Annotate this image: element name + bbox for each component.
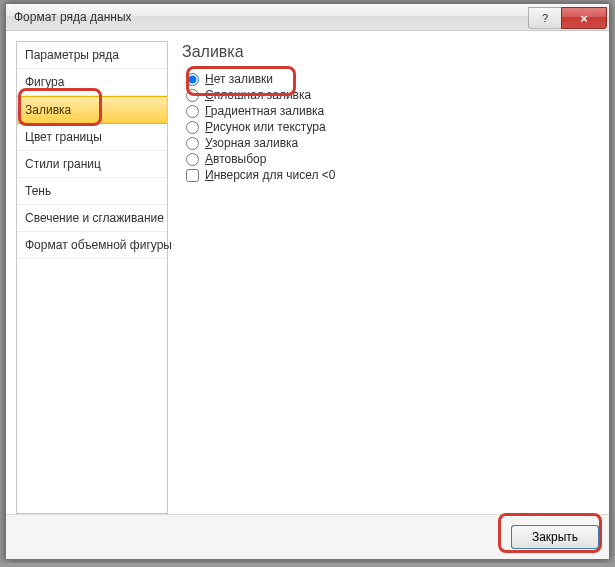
- radio-pattern-fill[interactable]: [186, 137, 199, 150]
- dialog-footer: Закрыть: [6, 514, 609, 559]
- checkbox-invert-negative[interactable]: [186, 169, 199, 182]
- option-label: Инверсия для чисел <0: [205, 168, 335, 182]
- option-label: Автовыбор: [205, 152, 266, 166]
- option-label: Узорная заливка: [205, 136, 298, 150]
- option-label: Нет заливки: [205, 72, 273, 86]
- format-data-series-dialog: Формат ряда данных ? × Параметры ряда Фи…: [5, 3, 610, 560]
- fill-options: Нет заливки Сплошная заливка Градиентная…: [182, 71, 595, 183]
- window-close-button[interactable]: ×: [561, 7, 607, 29]
- option-label: Сплошная заливка: [205, 88, 311, 102]
- content-panel: Заливка Нет заливки Сплошная заливка Гра…: [178, 41, 599, 514]
- radio-gradient-fill[interactable]: [186, 105, 199, 118]
- sidebar-item-border-styles[interactable]: Стили границ: [17, 151, 167, 178]
- option-pattern-fill[interactable]: Узорная заливка: [186, 135, 595, 151]
- sidebar-item-3d-format[interactable]: Формат объемной фигуры: [17, 232, 167, 259]
- option-gradient-fill[interactable]: Градиентная заливка: [186, 103, 595, 119]
- option-no-fill[interactable]: Нет заливки: [186, 71, 595, 87]
- window-controls: ? ×: [529, 7, 607, 27]
- window-title: Формат ряда данных: [14, 10, 529, 24]
- sidebar-item-glow[interactable]: Свечение и сглаживание: [17, 205, 167, 232]
- sidebar-item-fill[interactable]: Заливка: [17, 96, 167, 124]
- sidebar-item-shape[interactable]: Фигура: [17, 69, 167, 96]
- radio-solid-fill[interactable]: [186, 89, 199, 102]
- radio-no-fill[interactable]: [186, 73, 199, 86]
- sidebar-item-shadow[interactable]: Тень: [17, 178, 167, 205]
- panel-heading: Заливка: [182, 43, 595, 61]
- option-solid-fill[interactable]: Сплошная заливка: [186, 87, 595, 103]
- sidebar-item-border-color[interactable]: Цвет границы: [17, 124, 167, 151]
- help-button[interactable]: ?: [528, 7, 562, 29]
- option-picture-texture[interactable]: Рисунок или текстура: [186, 119, 595, 135]
- close-button[interactable]: Закрыть: [511, 525, 599, 549]
- sidebar-item-series-options[interactable]: Параметры ряда: [17, 42, 167, 69]
- option-label: Градиентная заливка: [205, 104, 324, 118]
- titlebar: Формат ряда данных ? ×: [6, 4, 609, 31]
- radio-automatic[interactable]: [186, 153, 199, 166]
- option-automatic[interactable]: Автовыбор: [186, 151, 595, 167]
- option-label: Рисунок или текстура: [205, 120, 326, 134]
- dialog-body: Параметры ряда Фигура Заливка Цвет грани…: [6, 31, 609, 514]
- sidebar: Параметры ряда Фигура Заливка Цвет грани…: [16, 41, 168, 514]
- option-invert-negative[interactable]: Инверсия для чисел <0: [186, 167, 595, 183]
- radio-picture-texture[interactable]: [186, 121, 199, 134]
